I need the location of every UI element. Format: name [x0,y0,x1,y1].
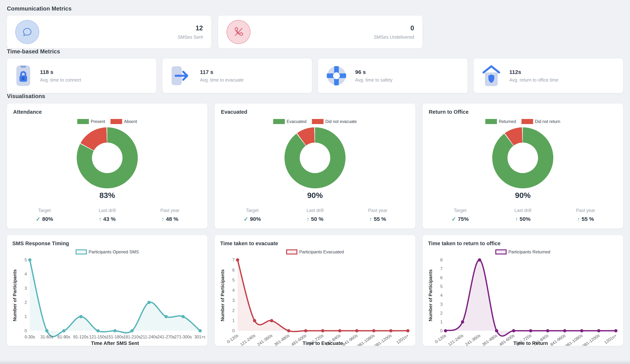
stat-target: Target ✓90% [221,208,284,222]
svg-text:5: 5 [232,278,235,283]
legend-label: Returned [499,119,516,124]
svg-text:5: 5 [440,284,442,289]
svg-text:91-120s: 91-120s [74,335,88,339]
stat-label: Past year [554,208,617,213]
legend-swatch [110,119,122,124]
svg-text:Time After SMS Sent: Time After SMS Sent [91,341,139,346]
time-to-safety-value: 96 s [355,69,392,75]
legend-item-participants-opened-sms[interactable]: Participants Opened SMS [76,249,139,255]
stat-value: 43 % [103,216,116,222]
svg-text:7: 7 [440,266,442,271]
svg-text:4: 4 [232,288,235,293]
legend-item-did-not-return[interactable]: Did not return [522,119,560,124]
svg-text:Number of Participants: Number of Participants [428,269,433,321]
stat-label: Last drill [284,208,346,213]
legend-swatch [485,119,497,124]
svg-text:1081-1200s: 1081-1200s [580,333,600,346]
legend-item-absent[interactable]: Absent [110,119,137,124]
up-arrow-icon: ↑ [162,216,164,222]
check-icon: ✓ [452,216,456,222]
legend-item-present[interactable]: Present [77,119,105,124]
svg-text:241-360s: 241-360s [464,333,481,346]
chart-title: Time taken to evacuate [220,241,410,247]
communication-cards-row: 12 SMSes Sent 0 SMSes Undelivered [7,16,623,48]
legend-item-did-not-evacuate[interactable]: Did not evacuate [312,119,357,124]
return-to-office-chart-card: Return to Office Returned Did not return… [422,103,623,229]
svg-text:241-360s: 241-360s [256,333,273,346]
svg-text:181-210s: 181-210s [123,335,141,339]
svg-text:4: 4 [440,293,442,298]
stat-last-drill: Last drill ↑50 % [284,208,346,222]
chart-title: SMS Response Timing [12,241,202,247]
legend-label: Participants Evacuated [299,249,344,255]
return-to-office-donut-chart[interactable] [492,127,553,188]
time-to-return-line-chart[interactable]: 0123456780-120s121-240s241-360s361-480s4… [428,255,621,346]
section-title-communication-metrics: Communication Metrics [7,0,623,12]
attendance-stats: Target ✓80% Last drill ↑43 % Past year ↑… [13,208,201,222]
stat-label: Past year [138,208,201,213]
chart-legend: Participants Opened SMS [12,249,202,255]
legend-item-returned[interactable]: Returned [485,119,516,124]
return-to-office-time-label: Avg. return to office time [509,77,558,83]
svg-text:841-960s: 841-960s [342,333,358,346]
time-to-evacuate-line-chart[interactable]: 012345670-120s121-240s241-360s361-480s48… [220,255,413,346]
svg-text:361-480s: 361-480s [274,333,290,346]
metric-card-time-to-safety: 96 s Avg. time to safety [318,58,468,93]
evacuated-donut-chart[interactable] [284,127,346,188]
exit-arrow-icon [170,65,192,87]
svg-text:4: 4 [24,272,27,277]
stat-value: 48 % [166,216,178,222]
svg-text:Time to Return: Time to Return [513,341,548,346]
chart-legend: Participants Returned [428,249,618,255]
svg-text:0: 0 [24,328,27,333]
chart-legend: Returned Did not return [429,119,617,124]
legend-swatch [273,119,285,124]
legend-swatch [77,119,89,124]
smses-undelivered-label: SMSes Undelivered [374,34,414,40]
svg-text:1: 1 [24,314,27,319]
legend-label: Present [91,119,105,124]
metric-card-return-to-office-time: 112s Avg. return to office time [474,58,623,93]
stat-value: 90% [250,216,261,222]
svg-text:Number of Participants: Number of Participants [12,269,18,321]
attendance-chart-card: Attendance Present Absent 83% Target ✓80… [7,103,208,229]
svg-text:301+s: 301+s [194,335,205,339]
stat-value: 80% [42,216,53,222]
legend-label: Participants Opened SMS [89,249,139,255]
svg-text:841-960s: 841-960s [549,333,566,346]
metric-card-time-to-connect: 118 s Avg. time to connect [7,58,156,93]
metric-card-smses-sent: 12 SMSes Sent [7,16,211,48]
evacuated-stats: Target ✓90% Last drill ↑50 % Past year ↑… [221,208,409,222]
stat-label: Target [221,208,284,213]
svg-text:0-30s: 0-30s [24,335,35,339]
time-to-evacuate-card: Time taken to evacuate Participants Evac… [215,235,415,346]
stat-value: 50 % [311,216,323,222]
svg-text:0: 0 [440,328,442,333]
stat-value: 55 % [374,216,386,222]
svg-text:Number of Participants: Number of Participants [220,269,225,321]
svg-text:0-120s: 0-120s [434,333,447,344]
chat-bubble-icon [15,20,39,44]
legend-swatch [312,119,324,124]
svg-text:1: 1 [232,318,235,323]
svg-text:61-90s: 61-90s [58,335,70,339]
stat-label: Target [13,208,76,213]
sms-response-timing-line-chart[interactable]: 0123450-30s31-60s61-90s91-120s121-150s15… [12,255,205,346]
smses-undelivered-value: 0 [374,24,414,32]
up-arrow-icon: ↑ [577,216,580,222]
time-to-safety-label: Avg. time to safety [355,77,392,83]
time-to-evacuate-value: 117 s [200,69,244,75]
legend-item-evacuated[interactable]: Evacuated [273,119,306,124]
check-icon: ✓ [36,216,40,222]
svg-text:0-120s: 0-120s [226,333,240,344]
time-to-return-card: Time taken to return to office Participa… [422,235,623,346]
legend-item-participants-returned[interactable]: Participants Returned [495,249,550,255]
svg-text:Time to Evacuate: Time to Evacuate [303,341,343,346]
svg-text:361-480s: 361-480s [481,333,498,346]
time-to-evacuate-label: Avg. time to evacuate [200,77,244,83]
legend-swatch [495,249,506,255]
svg-text:1: 1 [440,319,442,324]
attendance-donut-chart[interactable] [77,127,138,188]
evacuated-percentage: 90% [221,191,409,200]
legend-item-participants-evacuated[interactable]: Participants Evacuated [286,249,344,255]
